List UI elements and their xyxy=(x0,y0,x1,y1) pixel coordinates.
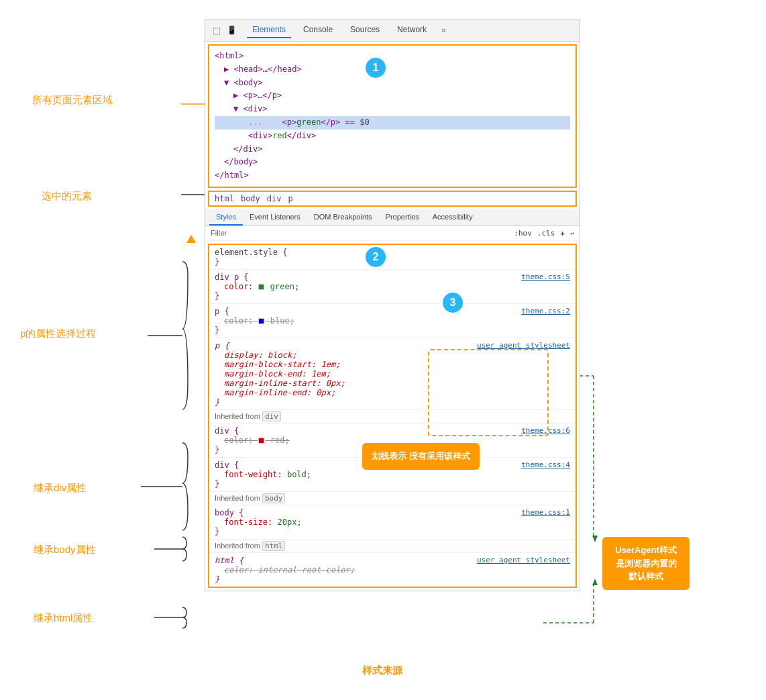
html-line-8: </div> xyxy=(215,143,570,156)
html-line-highlight[interactable]: ... <p>green</p> == $0 xyxy=(215,116,570,130)
breadcrumb: html body div p xyxy=(208,191,577,207)
callout-2: 2 xyxy=(366,247,386,267)
breadcrumb-p[interactable]: p xyxy=(288,194,293,203)
tab-sources[interactable]: Sources xyxy=(345,22,385,38)
tooltip-strikethrough: 划线表示 没有采用该样式 xyxy=(362,443,480,470)
css-rule-p-blue: theme.css:2 p { color: blue; } xyxy=(209,304,576,338)
css-rule-div-p: theme.css:5 div p { color: green; } xyxy=(209,270,576,304)
devtools-toolbar: ⬚ 📱 Elements Console Sources Network » xyxy=(205,19,580,42)
breadcrumb-div[interactable]: div xyxy=(267,194,282,203)
tab-accessibility[interactable]: Accessibility xyxy=(426,209,480,226)
annotation-inherit-body: 继承body属性 xyxy=(34,544,96,556)
css-rule-element-style: element.style { } xyxy=(209,245,576,270)
device-icon[interactable]: 📱 xyxy=(225,24,237,36)
tab-dom-breakpoints[interactable]: DOM Breakpoints xyxy=(307,209,379,226)
elements-panel: <html> ▶ <head>…</head> ▼ <body> ▶ <p>…<… xyxy=(208,44,577,188)
html-line-4: ▶ <p>…</p> xyxy=(215,89,570,103)
source-link-theme4[interactable]: theme.css:4 xyxy=(521,460,570,469)
callout-3: 3 xyxy=(443,293,463,313)
up-arrow-indicator xyxy=(186,235,196,243)
filter-input[interactable] xyxy=(211,229,303,237)
source-link-theme5[interactable]: theme.css:5 xyxy=(521,272,570,281)
inherited-from-body: Inherited from body xyxy=(209,492,576,505)
css-rule-body: theme.css:1 body { font-size: 20px; } xyxy=(209,505,576,540)
inherited-from-div: Inherited from div xyxy=(209,410,576,423)
source-link-useragent1[interactable]: user agent stylesheet xyxy=(477,341,570,350)
svg-marker-13 xyxy=(592,536,598,542)
html-line-1: <html> xyxy=(215,50,570,63)
annotation-inherit-html: 继承html属性 xyxy=(34,612,93,625)
callout-1: 1 xyxy=(366,58,386,78)
breadcrumb-html[interactable]: html xyxy=(215,194,234,203)
tab-elements[interactable]: Elements xyxy=(247,22,291,38)
tab-network[interactable]: Network xyxy=(392,22,432,38)
source-link-useragent2[interactable]: user agent stylesheet xyxy=(477,556,570,564)
annotation-all-elements: 所有页面元素区域 xyxy=(32,94,113,107)
html-line-7: <div>red</div> xyxy=(215,130,570,143)
html-line-5: ▼ <div> xyxy=(215,103,570,116)
cursor-icon[interactable]: ⬚ xyxy=(211,24,223,36)
source-link-theme6[interactable]: theme.css:6 xyxy=(521,426,570,435)
styles-subtabs: Styles Event Listeners DOM Breakpoints P… xyxy=(205,209,580,226)
source-link-theme2[interactable]: theme.css:2 xyxy=(521,307,570,315)
annotation-style-source: 样式来源 xyxy=(362,664,402,677)
svg-marker-14 xyxy=(592,579,598,585)
source-link-theme1[interactable]: theme.css:1 xyxy=(521,508,570,517)
tab-properties[interactable]: Properties xyxy=(379,209,426,226)
inherited-from-html: Inherited from html xyxy=(209,540,576,553)
html-line-3: ▼ <body> xyxy=(215,77,570,90)
annotation-inherit-div: 继承div属性 xyxy=(34,482,87,495)
filter-bar: :hov .cls + ↵ xyxy=(205,226,580,241)
annotation-p-selector: p的属性选择过程 xyxy=(20,328,96,340)
html-line-10: </html> xyxy=(215,169,570,183)
newline-icon: ↵ xyxy=(570,229,574,238)
hov-button[interactable]: :hov xyxy=(514,229,532,238)
css-rules-panel: element.style { } theme.css:5 div p { co… xyxy=(208,244,577,588)
css-rule-html: user agent stylesheet html { color: inte… xyxy=(209,553,576,587)
tab-more[interactable]: » xyxy=(439,23,449,38)
annotation-selected-element: 选中的元素 xyxy=(42,190,92,203)
user-agent-box: UserAgent样式 是浏览器内置的 默认样式 xyxy=(602,537,690,590)
html-line-9: </body> xyxy=(215,156,570,169)
html-line-2: ▶ <head>…</head> xyxy=(215,63,570,77)
css-rule-p-useragent: user agent stylesheet p { display: block… xyxy=(209,338,576,410)
cls-button[interactable]: .cls xyxy=(537,229,555,238)
add-style-button[interactable]: + xyxy=(560,229,565,238)
tab-styles[interactable]: Styles xyxy=(209,209,243,226)
tab-event-listeners[interactable]: Event Listeners xyxy=(243,209,307,226)
breadcrumb-body[interactable]: body xyxy=(241,194,260,203)
tab-console[interactable]: Console xyxy=(298,22,338,38)
